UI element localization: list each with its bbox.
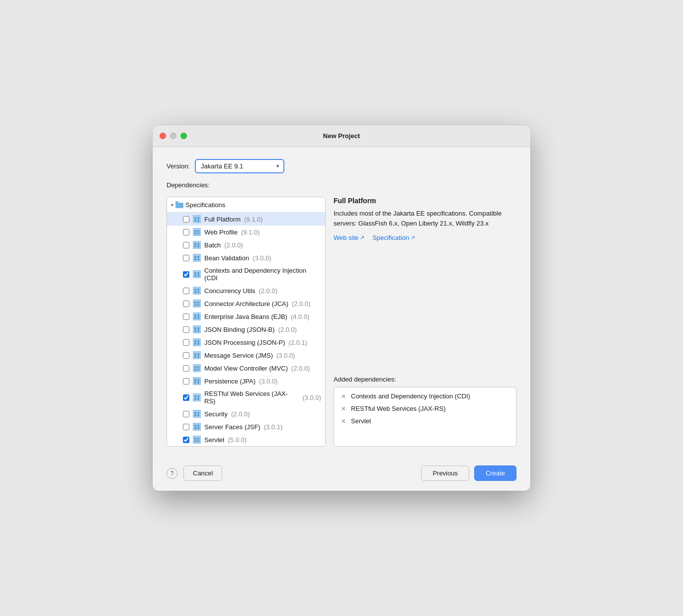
help-button[interactable]: ? — [167, 468, 177, 479]
checkbox-full-platform[interactable] — [183, 216, 189, 223]
checkbox-jsonb[interactable] — [183, 326, 189, 333]
cancel-button[interactable]: Cancel — [183, 465, 222, 481]
dep-version: (3.0.0) — [302, 394, 321, 401]
dep-item-servlet[interactable]: Servlet (5.0.0) — [167, 433, 325, 446]
added-deps-box: ✕ Contexts and Dependency Injection (CDI… — [334, 387, 516, 447]
version-select[interactable]: Jakarta EE 9.1 Jakarta EE 8.0 Jakarta EE… — [195, 159, 284, 173]
dep-name: Security — [204, 410, 228, 418]
checkbox-jaxrs[interactable] — [183, 394, 189, 401]
svg-rect-69 — [193, 377, 201, 385]
previous-button[interactable]: Previous — [421, 465, 469, 481]
svg-rect-57 — [194, 343, 196, 345]
checkbox-batch[interactable] — [183, 242, 189, 248]
checkbox-jpa[interactable] — [183, 378, 189, 385]
svg-rect-41 — [197, 302, 199, 304]
checkbox-jms[interactable] — [183, 352, 189, 359]
svg-rect-46 — [197, 314, 199, 316]
dep-version: (5.0.0) — [228, 436, 247, 444]
svg-rect-22 — [194, 245, 196, 247]
dep-item-cdi[interactable]: Contexts and Dependency Injection (CDI — [167, 264, 325, 284]
added-dep-cdi: ✕ Contexts and Dependency Injection (CDI… — [341, 392, 509, 400]
dep-item-web-profile[interactable]: Web Profile (9.1.0) — [167, 226, 325, 238]
remove-servlet-button[interactable]: ✕ — [341, 418, 346, 425]
checkbox-mvc[interactable] — [183, 365, 189, 372]
dep-item-security[interactable]: Security (2.0.0) — [167, 407, 325, 420]
dependencies-list: ▾ — [167, 197, 326, 447]
svg-rect-31 — [197, 272, 199, 274]
svg-rect-59 — [193, 351, 201, 359]
module-icon — [193, 410, 201, 418]
svg-rect-93 — [197, 440, 199, 442]
dep-version: (2.0.0) — [278, 326, 297, 333]
dep-item-mvc[interactable]: Model View Controller (MVC) (2.0.0) — [167, 362, 325, 375]
website-link[interactable]: Web site — [334, 234, 364, 241]
svg-rect-19 — [193, 241, 201, 249]
dep-item-full-platform[interactable]: Full Platform (9.1.0) — [167, 213, 325, 226]
added-deps-label: Added dependencies: — [334, 376, 516, 383]
specification-link[interactable]: Specification — [372, 234, 415, 241]
svg-rect-7 — [179, 206, 180, 207]
checkbox-bean-validation[interactable] — [183, 255, 189, 261]
dep-name: JSON Processing (JSON-P) — [204, 339, 285, 346]
dep-version: (2.0.0) — [292, 300, 311, 308]
dep-item-jaxrs[interactable]: RESTful Web Services (JAX-RS) (3.0.0) — [167, 387, 325, 407]
svg-rect-3 — [177, 204, 178, 205]
remove-jaxrs-button[interactable]: ✕ — [341, 405, 346, 412]
svg-rect-85 — [194, 425, 196, 427]
dep-version: (2.0.0) — [259, 287, 278, 295]
svg-rect-73 — [197, 382, 199, 384]
checkbox-web-profile[interactable] — [183, 229, 189, 235]
svg-rect-16 — [197, 230, 199, 232]
svg-rect-89 — [193, 436, 201, 444]
dep-item-jsf[interactable]: Server Faces (JSF) (3.0.1) — [167, 420, 325, 433]
dep-item-jca[interactable]: Connector Architecture (JCA) (2.0.0) — [167, 297, 325, 310]
module-icon — [193, 254, 201, 262]
module-icon — [193, 377, 201, 385]
dep-item-batch[interactable]: Batch (2.0.0) — [167, 238, 325, 251]
checkbox-jsf[interactable] — [183, 424, 189, 430]
svg-rect-92 — [194, 440, 196, 442]
footer: ? Cancel Previous Create — [153, 459, 530, 491]
checkbox-cdi[interactable] — [183, 271, 189, 278]
dep-item-bean-validation[interactable]: Bean Validation (3.0.0) — [167, 251, 325, 264]
close-button[interactable] — [160, 133, 166, 139]
remove-cdi-button[interactable]: ✕ — [341, 393, 346, 400]
dep-version: (2.0.0) — [231, 410, 250, 418]
module-icon — [193, 364, 201, 372]
svg-rect-14 — [193, 228, 201, 236]
svg-rect-54 — [193, 338, 201, 346]
svg-rect-35 — [194, 289, 196, 291]
checkbox-security[interactable] — [183, 411, 189, 417]
dep-item-ejb[interactable]: Enterprise Java Beans (EJB) (4.0.0) — [167, 310, 325, 323]
title-bar: New Project — [153, 125, 530, 147]
maximize-button[interactable] — [180, 133, 187, 139]
svg-rect-76 — [197, 395, 199, 397]
dep-item-concurrency[interactable]: Concurrency Utils (2.0.0) — [167, 284, 325, 297]
dep-name: Message Service (JMS) — [204, 352, 273, 359]
svg-rect-84 — [193, 423, 201, 431]
tree-header: ▾ — [167, 197, 325, 213]
svg-rect-83 — [197, 414, 199, 416]
checkbox-concurrency[interactable] — [183, 288, 189, 294]
dep-name: Web Profile — [204, 229, 238, 236]
dep-name: Model View Controller (MVC) — [204, 365, 288, 372]
checkbox-servlet[interactable] — [183, 437, 189, 443]
dep-item-jpa[interactable]: Persistence (JPA) (3.0.0) — [167, 375, 325, 387]
dep-item-jsonb[interactable]: JSON Binding (JSON-B) (2.0.0) — [167, 323, 325, 336]
module-icon — [193, 312, 201, 320]
svg-rect-45 — [194, 314, 196, 316]
minimize-button[interactable] — [170, 133, 176, 139]
svg-rect-61 — [197, 353, 199, 355]
dep-item-jms[interactable]: Message Service (JMS) (3.0.0) — [167, 349, 325, 362]
checkbox-jsonp[interactable] — [183, 339, 189, 346]
checkbox-jca[interactable] — [183, 301, 189, 307]
dep-name: Persistence (JPA) — [204, 378, 256, 385]
create-button[interactable]: Create — [474, 465, 516, 481]
svg-rect-25 — [194, 256, 196, 258]
checkbox-ejb[interactable] — [183, 313, 189, 320]
svg-rect-21 — [197, 243, 199, 245]
svg-rect-5 — [181, 204, 182, 205]
svg-rect-29 — [193, 270, 201, 278]
svg-rect-38 — [197, 291, 199, 293]
dep-item-jsonp[interactable]: JSON Processing (JSON-P) (2.0.1) — [167, 336, 325, 349]
